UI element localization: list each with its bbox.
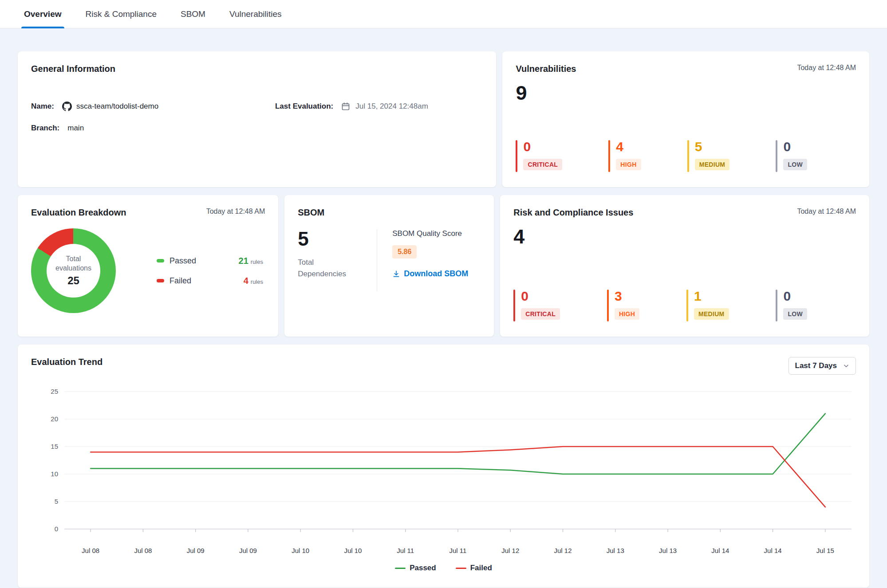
svg-text:Jul 08: Jul 08 xyxy=(134,547,152,554)
card-timestamp: Today at 12:48 AM xyxy=(797,64,856,72)
repo-name-row: Name: ssca-team/todolist-demo xyxy=(31,102,275,111)
general-information-card: General Information Name: ssca-team/todo… xyxy=(18,51,496,187)
severity-bar xyxy=(516,140,517,172)
trend-legend: Passed Failed xyxy=(31,564,856,572)
svg-text:25: 25 xyxy=(51,388,58,395)
severity-count: 1 xyxy=(694,290,729,303)
github-icon xyxy=(62,102,72,111)
severity-bar xyxy=(776,140,777,172)
name-label: Name: xyxy=(31,102,54,111)
severity-medium: 5 MEDIUM xyxy=(687,140,730,172)
sbom-quality-label: SBOM Quality Score xyxy=(392,229,462,238)
svg-text:10: 10 xyxy=(51,470,58,478)
evaluation-donut: Total evaluations 25 xyxy=(31,228,116,313)
severity-count: 0 xyxy=(523,140,562,153)
risk-severity-row: 0 CRITICAL 3 HIGH 1 MEDIUM xyxy=(513,290,856,321)
download-icon xyxy=(392,270,400,278)
sbom-total-label: Total Dependencies xyxy=(298,257,351,279)
severity-badge: MEDIUM xyxy=(694,308,729,320)
dashboard-content: General Information Name: ssca-team/todo… xyxy=(0,28,887,588)
legend-count: 4rules xyxy=(244,276,263,286)
risk-compliance-card: Risk and Compliance Issues Today at 12:4… xyxy=(500,195,869,337)
vertical-divider xyxy=(377,229,377,291)
sbom-quality-score: 5.86 xyxy=(392,245,417,259)
evaluation-breakdown-card: Evaluation Breakdown Today at 12:48 AM T… xyxy=(18,195,278,337)
tab-risk-compliance[interactable]: Risk & Compliance xyxy=(83,0,160,28)
severity-critical: 0 CRITICAL xyxy=(513,290,560,321)
vulnerability-severity-row: 0 CRITICAL 4 HIGH 5 MEDIUM xyxy=(516,140,856,172)
svg-text:Jul 10: Jul 10 xyxy=(344,547,362,554)
severity-high: 4 HIGH xyxy=(608,140,641,172)
card-title: Evaluation Trend xyxy=(31,357,102,367)
evaluation-trend-card: Evaluation Trend Last 7 Days 0510152025J… xyxy=(18,345,869,588)
tab-bar: Overview Risk & Compliance SBOM Vulnerab… xyxy=(0,0,887,28)
card-title: SBOM xyxy=(298,208,324,218)
severity-badge: CRITICAL xyxy=(523,159,562,170)
trend-chart: 0510152025Jul 08Jul 08Jul 09Jul 09Jul 10… xyxy=(31,381,856,558)
svg-text:Jul 11: Jul 11 xyxy=(397,547,414,554)
risk-total: 4 xyxy=(513,227,856,247)
card-title: General Information xyxy=(31,64,115,74)
severity-bar xyxy=(776,290,777,321)
svg-text:Jul 14: Jul 14 xyxy=(711,547,729,554)
legend-failed: Failed 4rules xyxy=(157,276,263,286)
legend-label: Passed xyxy=(170,256,196,266)
severity-badge: LOW xyxy=(783,308,807,320)
severity-badge: LOW xyxy=(783,159,807,170)
svg-text:Jul 08: Jul 08 xyxy=(82,547,99,554)
card-title: Evaluation Breakdown xyxy=(31,208,126,218)
severity-bar xyxy=(687,140,689,172)
severity-count: 0 xyxy=(521,290,560,303)
severity-bar xyxy=(513,290,515,321)
svg-text:Jul 13: Jul 13 xyxy=(607,547,624,554)
svg-text:Jul 12: Jul 12 xyxy=(554,547,572,554)
last-evaluation-label: Last Evaluation: xyxy=(275,102,333,111)
tab-overview[interactable]: Overview xyxy=(21,0,64,28)
card-title: Risk and Compliance Issues xyxy=(513,208,633,218)
download-sbom-link[interactable]: Download SBOM xyxy=(392,269,468,278)
branch-row: Branch: main xyxy=(31,124,275,133)
svg-text:20: 20 xyxy=(51,415,58,423)
svg-text:Jul 15: Jul 15 xyxy=(816,547,834,554)
legend-passed: Passed 21rules xyxy=(157,256,263,266)
card-timestamp: Today at 12:48 AM xyxy=(206,208,265,216)
legend-count: 21rules xyxy=(239,256,263,266)
time-range-dropdown[interactable]: Last 7 Days xyxy=(788,357,856,375)
svg-text:Jul 12: Jul 12 xyxy=(501,547,519,554)
svg-text:Jul 09: Jul 09 xyxy=(239,547,257,554)
last-evaluation-row: Last Evaluation: Jul 15, 2024 12:48am xyxy=(275,102,483,111)
svg-text:Jul 09: Jul 09 xyxy=(187,547,205,554)
sbom-card: SBOM 5 Total Dependencies SBOM Quality S… xyxy=(284,195,494,337)
vulnerabilities-total: 9 xyxy=(516,83,856,103)
severity-bar xyxy=(608,140,610,172)
severity-badge: HIGH xyxy=(615,308,639,320)
tab-sbom[interactable]: SBOM xyxy=(178,0,208,28)
svg-text:Jul 14: Jul 14 xyxy=(764,547,782,554)
svg-text:5: 5 xyxy=(55,498,58,505)
sbom-total: 5 xyxy=(298,229,377,249)
tab-vulnerabilities[interactable]: Vulnerabilities xyxy=(227,0,284,28)
evaluation-legend: Passed 21rules Failed 4rules xyxy=(157,256,263,286)
card-title: Vulnerabilities xyxy=(516,64,576,74)
vulnerabilities-card: Vulnerabilities Today at 12:48 AM 9 0 CR… xyxy=(502,51,869,187)
severity-high: 3 HIGH xyxy=(607,290,639,321)
chevron-down-icon xyxy=(843,363,849,369)
severity-bar xyxy=(686,290,688,321)
severity-badge: HIGH xyxy=(616,159,641,170)
severity-count: 4 xyxy=(616,140,641,153)
svg-text:Jul 10: Jul 10 xyxy=(292,547,309,554)
severity-count: 0 xyxy=(783,290,807,303)
severity-count: 0 xyxy=(783,140,807,153)
legend-label: Failed xyxy=(170,276,191,286)
severity-medium: 1 MEDIUM xyxy=(686,290,729,321)
severity-bar xyxy=(607,290,609,321)
severity-critical: 0 CRITICAL xyxy=(516,140,562,172)
calendar-icon xyxy=(341,102,351,111)
passed-line-icon xyxy=(395,568,406,569)
last-evaluation-value: Jul 15, 2024 12:48am xyxy=(355,102,428,111)
branch-label: Branch: xyxy=(31,124,59,133)
donut-center-label: Total evaluations xyxy=(52,255,95,273)
failed-line-icon xyxy=(456,568,466,569)
severity-badge: MEDIUM xyxy=(695,159,730,170)
trend-legend-passed: Passed xyxy=(395,564,436,572)
